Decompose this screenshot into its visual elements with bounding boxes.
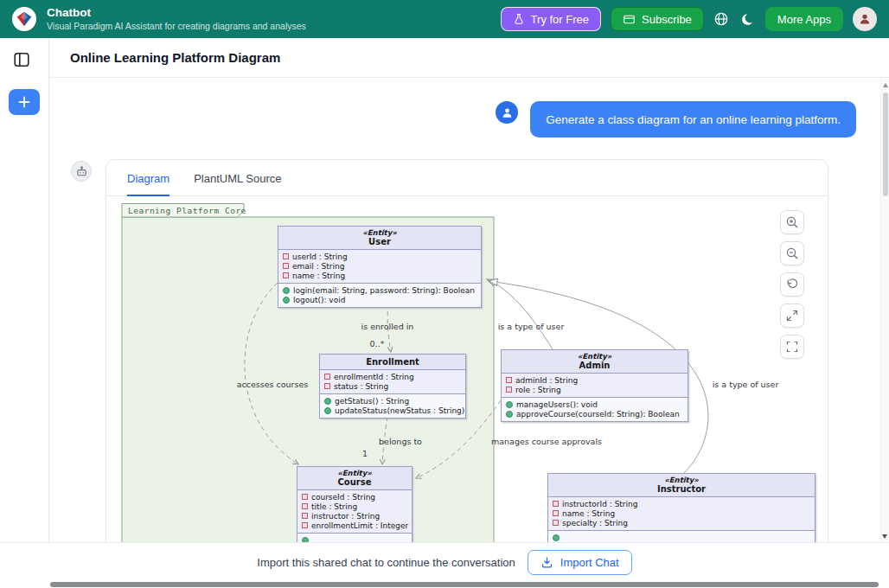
class-name: Admin (505, 361, 684, 370)
attribute-icon (302, 513, 308, 519)
import-chat-button[interactable]: Import Chat (528, 550, 632, 575)
attribute-icon (302, 503, 308, 509)
expand-icon (785, 309, 799, 323)
relation-label: belongs to (379, 437, 422, 446)
relation-label: accesses courses (237, 380, 309, 389)
import-chat-bar: Import this shared chat to continue the … (0, 542, 889, 581)
relation-label: is a type of user (498, 322, 565, 331)
class-attribute: enrollmentLimit : Integer (311, 521, 408, 530)
class-header: «Entity» Admin (502, 350, 688, 374)
scroll-down-icon[interactable] (882, 534, 887, 539)
attribute-icon (283, 263, 289, 269)
dark-mode-toggle[interactable] (739, 11, 756, 28)
fit-to-screen-button[interactable] (780, 335, 804, 359)
assistant-avatar (71, 161, 92, 182)
class-attribute: userId : String (292, 252, 348, 261)
method-icon (283, 287, 290, 294)
class-method: getStatus() : String (335, 397, 409, 406)
attribute-icon (283, 272, 289, 278)
method-icon (506, 411, 513, 418)
subscribe-button[interactable]: Subscribe (611, 7, 704, 31)
class-attribute: title : String (311, 502, 357, 511)
download-icon (540, 556, 553, 569)
attribute-icon (302, 522, 308, 528)
attributes-compartment: enrollmentId : String status : String (320, 370, 465, 393)
chat-area: Generate a class diagram for an online l… (49, 79, 880, 543)
attribute-icon (553, 510, 559, 516)
attribute-icon (302, 494, 308, 500)
panel-icon (13, 51, 30, 68)
attributes-compartment: instructorId : String name : String spec… (548, 497, 815, 530)
app-title: Chatbot (47, 6, 306, 21)
class-attribute: instructor : String (311, 512, 380, 521)
header-titles: Chatbot Visual Paradigm AI Assistant for… (47, 6, 306, 32)
multiplicity-label: 1 (362, 449, 368, 458)
methods-compartment: login(email: String, password: String): … (278, 283, 481, 307)
uml-class-instructor: «Entity» Instructor instructorId : Strin… (547, 473, 815, 543)
method-icon (324, 407, 331, 414)
package-label: Learning Platform Core (128, 206, 246, 215)
method-icon (283, 297, 290, 304)
zoom-in-icon (785, 215, 799, 229)
class-attribute: adminId : String (515, 376, 578, 385)
relation-label: is enrolled in (361, 322, 414, 331)
try-for-free-button[interactable]: Try for Free (501, 7, 601, 31)
reset-view-button[interactable] (780, 272, 804, 297)
attribute-icon (553, 501, 559, 507)
relation-label: manages course approvals (491, 437, 602, 446)
flask-icon (513, 13, 525, 25)
app-header: Chatbot Visual Paradigm AI Assistant for… (0, 0, 889, 38)
vertical-scrollbar[interactable] (880, 79, 889, 543)
class-method: logout(): void (293, 296, 345, 304)
class-method: approveCourse(courseId: String): Boolean (516, 410, 680, 419)
class-name: Enrollment (323, 357, 462, 367)
class-stereotype: «Entity» (301, 469, 408, 477)
new-chat-button[interactable] (9, 89, 40, 115)
class-attribute: status : String (334, 382, 388, 391)
person-icon (501, 106, 514, 119)
class-header: Enrollment (320, 355, 465, 370)
attributes-compartment: adminId : String role : String (502, 374, 688, 397)
account-avatar[interactable] (853, 7, 877, 31)
scroll-up-icon[interactable] (883, 83, 888, 87)
tab-plantuml-source[interactable]: PlantUML Source (194, 172, 281, 195)
reset-view-icon (785, 278, 799, 291)
class-attribute: specialty : String (562, 519, 628, 527)
app-tagline: Visual Paradigm AI Assistant for creatin… (47, 21, 306, 32)
tab-diagram[interactable]: Diagram (127, 172, 169, 196)
zoom-out-button[interactable] (780, 241, 804, 265)
class-attribute: email : String (292, 262, 344, 271)
more-apps-button[interactable]: More Apps (765, 7, 843, 31)
page-title: Online Learning Platform Diagram (70, 50, 280, 65)
sidebar-toggle-button[interactable] (13, 51, 30, 68)
diagram-zoom-controls (780, 210, 804, 359)
vp-logo-icon (16, 10, 33, 28)
class-attribute: courseId : String (311, 493, 375, 502)
expand-button[interactable] (780, 304, 804, 328)
attribute-icon (324, 383, 330, 389)
class-name: Course (301, 477, 408, 487)
try-for-free-label: Try for Free (531, 13, 589, 26)
class-stereotype: «Entity» (282, 228, 477, 237)
card-icon (623, 13, 636, 26)
class-method: updateStatus(newStatus : String) (335, 406, 464, 415)
methods-compartment (548, 530, 815, 543)
horizontal-scroll-thumb[interactable] (50, 582, 879, 587)
result-tabs: Diagram PlantUML Source (106, 160, 828, 196)
horizontal-scrollbar[interactable] (0, 581, 889, 588)
method-icon (324, 398, 331, 405)
user-avatar (496, 101, 518, 124)
attribute-icon (506, 377, 512, 383)
globe-icon (713, 11, 729, 27)
zoom-out-icon (785, 246, 799, 260)
zoom-in-button[interactable] (780, 210, 804, 234)
vertical-scroll-thumb[interactable] (883, 93, 888, 196)
visual-paradigm-logo (12, 7, 36, 31)
uml-class-enrollment: Enrollment enrollmentId : String status … (319, 354, 466, 419)
uml-diagram-canvas: Learning Platform Core is enrolled in 0.… (120, 203, 815, 543)
uml-class-user: «Entity» User userId : String email : St… (278, 226, 482, 308)
plus-icon (18, 96, 30, 108)
language-globe-button[interactable] (713, 11, 730, 28)
import-chat-text: Import this shared chat to continue the … (257, 556, 515, 569)
class-name: User (282, 237, 477, 246)
